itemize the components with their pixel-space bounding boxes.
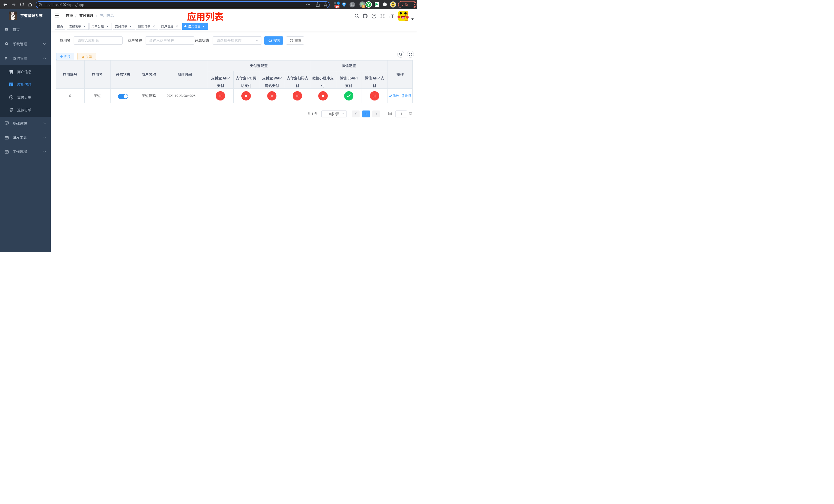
svg-text:10: 10 — [336, 5, 339, 8]
svg-text:1: 1 — [363, 5, 364, 8]
